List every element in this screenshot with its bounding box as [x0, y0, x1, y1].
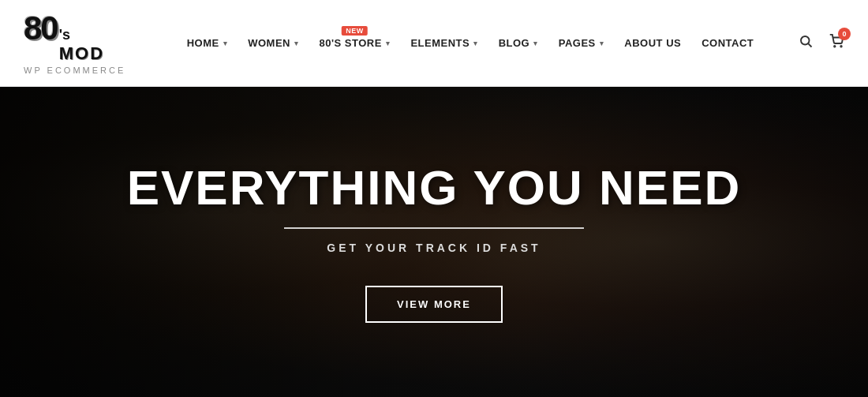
hero-section: EVERYTHING YOU NEED GET YOUR TRACK ID FA…: [0, 87, 868, 397]
nav-item-blog[interactable]: BLOG ▾: [491, 31, 546, 55]
nav-label-women: WOMEN: [248, 37, 290, 49]
logo-apostrophe-s: 's: [59, 27, 104, 43]
nav-item-women[interactable]: WOMEN ▾: [240, 31, 306, 55]
hero-divider: [284, 227, 584, 229]
nav-item-pages[interactable]: PAGES ▾: [551, 31, 612, 55]
logo-mod: MOD: [59, 43, 104, 64]
logo-number: 80: [24, 12, 58, 45]
chevron-down-icon: ▾: [473, 39, 478, 47]
nav-label-contact: CONTACT: [702, 37, 754, 49]
nav-label-blog: BLOG: [499, 37, 530, 49]
nav-label-pages: PAGES: [559, 37, 596, 49]
svg-point-2: [834, 46, 836, 47]
nav-item-home[interactable]: HOME ▾: [179, 31, 236, 55]
svg-point-0: [801, 36, 810, 45]
main-nav: HOME ▾ WOMEN ▾ NEW 80'S STORE ▾ ELEMENTS…: [150, 31, 791, 55]
chevron-down-icon: ▾: [533, 39, 538, 47]
chevron-down-icon: ▾: [386, 39, 391, 47]
hero-content: EVERYTHING YOU NEED GET YOUR TRACK ID FA…: [127, 161, 742, 323]
nav-label-store: 80'S STORE: [319, 37, 381, 49]
nav-item-store[interactable]: NEW 80'S STORE ▾: [311, 31, 398, 55]
new-badge: NEW: [342, 26, 368, 36]
cart-count: 0: [838, 28, 851, 40]
svg-line-1: [808, 43, 811, 47]
logo[interactable]: 80 's MOD WP ECOMMERCE: [24, 12, 150, 75]
nav-item-elements[interactable]: ELEMENTS ▾: [402, 31, 485, 55]
hero-subtitle: GET YOUR TRACK ID FAST: [127, 242, 742, 254]
nav-label-home: HOME: [187, 37, 219, 49]
nav-label-about: ABOUT US: [624, 37, 681, 49]
chevron-down-icon: ▾: [223, 39, 228, 47]
chevron-down-icon: ▾: [294, 39, 299, 47]
nav-label-elements: ELEMENTS: [410, 37, 470, 49]
nav-item-contact[interactable]: CONTACT: [694, 31, 761, 55]
cart-button[interactable]: 0: [829, 34, 844, 52]
chevron-down-icon: ▾: [600, 39, 604, 47]
hero-title: EVERYTHING YOU NEED: [127, 161, 742, 215]
logo-subtitle: WP ECOMMERCE: [24, 66, 150, 75]
svg-point-3: [840, 46, 842, 47]
hero-cta-button[interactable]: VIEW MORE: [365, 286, 503, 323]
header: 80 's MOD WP ECOMMERCE HOME ▾ WOMEN ▾ NE…: [0, 0, 868, 87]
header-icons: 0: [799, 34, 844, 52]
nav-item-about[interactable]: ABOUT US: [616, 31, 689, 55]
search-button[interactable]: [799, 34, 813, 52]
